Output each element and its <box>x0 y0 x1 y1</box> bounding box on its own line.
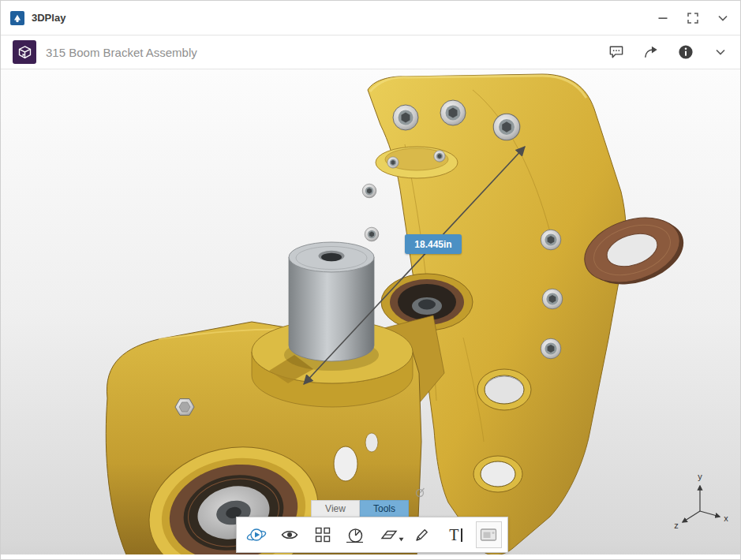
axis-x-label: x <box>724 513 728 523</box>
3ds-logo-icon <box>10 11 24 25</box>
select-items-icon <box>313 525 332 544</box>
section-plane-icon <box>380 525 399 544</box>
chevron-down-icon <box>717 12 729 24</box>
minimize-button[interactable] <box>655 10 671 26</box>
snapshot-2d-box <box>476 521 502 548</box>
pin-part[interactable] <box>289 242 374 361</box>
minimize-icon <box>657 13 668 24</box>
info-icon <box>678 44 694 60</box>
comment-icon <box>608 44 624 60</box>
measure-button[interactable] <box>342 520 371 550</box>
measure-cursor-icon <box>414 486 427 502</box>
visibility-button[interactable] <box>275 520 305 550</box>
text-annotation-button[interactable]: T <box>441 520 470 550</box>
window-titlebar: 3DPlay <box>1 1 740 35</box>
measure-icon <box>346 525 365 544</box>
pen-annotation-button[interactable] <box>408 520 437 550</box>
cad-scene: y x z <box>1 69 741 560</box>
text-cursor-bar <box>461 528 462 542</box>
3dplay-cube-icon <box>13 40 36 64</box>
tools-toolbar: T <box>236 517 508 553</box>
document-actions <box>608 44 728 60</box>
pen-icon <box>413 525 432 544</box>
tab-view[interactable]: View <box>311 500 360 517</box>
share-button[interactable] <box>643 44 659 60</box>
share-icon <box>643 44 659 60</box>
text-annotation-icon: T <box>449 527 458 543</box>
axis-triad: y x z <box>674 472 728 530</box>
section-button[interactable] <box>375 520 404 550</box>
viewport-bottom-strip <box>1 554 741 560</box>
fullscreen-button[interactable] <box>685 10 701 26</box>
select-items-button[interactable] <box>309 520 338 550</box>
tab-tools[interactable]: Tools <box>360 500 409 517</box>
titlebar-collapse-button[interactable] <box>715 10 731 26</box>
panel-tabs: View Tools <box>311 500 409 517</box>
axis-y-label: y <box>698 472 702 481</box>
fullscreen-icon <box>687 12 699 24</box>
document-bar: 315 Boom Bracket Assembly <box>1 35 740 69</box>
3dplay-window: 3DPlay 315 Boom Bracket Assembly <box>0 0 741 560</box>
dropdown-arrow-icon[interactable] <box>399 532 404 544</box>
chevron-down-icon <box>714 46 727 58</box>
document-title: 315 Boom Bracket Assembly <box>46 46 197 59</box>
info-button[interactable] <box>678 44 694 60</box>
visibility-eye-icon <box>280 525 299 544</box>
comment-button[interactable] <box>608 44 624 60</box>
docbar-collapse-button[interactable] <box>713 44 728 60</box>
window-controls <box>655 10 731 26</box>
measurement-label[interactable]: 18.445in <box>405 234 462 254</box>
3d-viewport[interactable]: y x z 18.445in View Tools <box>1 69 741 560</box>
turntable-play-icon <box>246 525 267 544</box>
snapshot-2d-icon <box>479 526 498 543</box>
turntable-play-button[interactable] <box>242 520 271 550</box>
axis-z-label: z <box>674 521 679 530</box>
app-title: 3DPlay <box>32 12 65 24</box>
snapshot-2d-button[interactable] <box>477 524 500 546</box>
